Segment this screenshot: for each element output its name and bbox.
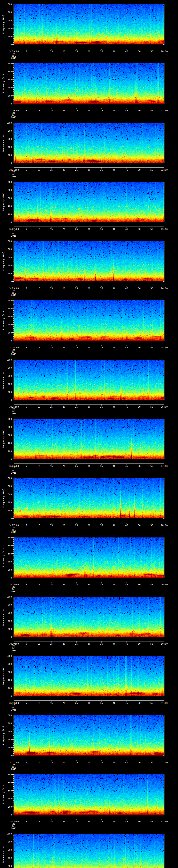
y-tick-label: 0 — [0, 458, 12, 460]
date-label: 23 Jul 2015 — [0, 704, 27, 711]
spectrogram-canvas — [14, 4, 164, 44]
x-tick-label: 15 — [50, 406, 53, 408]
spectrogram-canvas — [14, 656, 164, 696]
x-tick-label: 30 — [88, 406, 90, 408]
x-axis-end-time: 26:00 — [161, 406, 168, 408]
y-tick-label: 1000 — [0, 714, 12, 716]
x-tick-label: 55 — [150, 702, 153, 704]
x-tick-label: 30 — [88, 110, 90, 112]
plot-area — [14, 4, 164, 44]
x-tick-label: 20 — [63, 584, 65, 586]
y-tick-label: 0 — [0, 102, 12, 105]
x-tick-label: 55 — [150, 110, 153, 112]
y-tick-label: 600 — [0, 79, 12, 81]
x-axis-end-time: 29:00 — [161, 584, 168, 586]
x-tick-label: 50 — [138, 524, 141, 526]
spectrogram-canvas — [14, 360, 164, 400]
y-tick-label: 1000 — [0, 240, 12, 242]
x-tick-label: 5 — [26, 228, 27, 230]
x-tick-label: 20 — [63, 820, 65, 823]
y-tick-label: 600 — [0, 789, 12, 792]
x-tick-label: 25 — [75, 643, 78, 645]
y-tick-label: 400 — [0, 442, 12, 444]
x-tick-label: 20 — [63, 524, 65, 526]
x-axis-end-time: 31:00 — [161, 702, 168, 704]
x-tick-label: 15 — [50, 761, 53, 764]
x-axis-end-time: 25:00 — [161, 346, 168, 349]
spectrogram-panel: Frequency (Hz) 3:23:00 24:00 23 Jul 2015… — [0, 237, 178, 296]
x-tick-label: 50 — [138, 465, 141, 467]
y-tick-label: 1000 — [0, 3, 12, 5]
x-tick-label: 20 — [63, 406, 65, 408]
x-tick-label: 5 — [26, 169, 27, 171]
x-tick-label: 55 — [150, 761, 153, 764]
x-tick-label: 50 — [138, 50, 141, 53]
x-tick-label: 30 — [88, 524, 90, 526]
x-tick-label: 40 — [113, 50, 116, 53]
x-tick-label: 45 — [125, 346, 128, 349]
x-tick-label: 25 — [75, 702, 78, 704]
y-tick-label: 1000 — [0, 596, 12, 598]
x-tick-label: 30 — [88, 228, 90, 230]
spectrogram-canvas — [14, 241, 164, 281]
y-tick-label: 400 — [0, 323, 12, 326]
x-tick-label: 30 — [88, 169, 90, 171]
x-tick-label: 20 — [63, 50, 65, 53]
spectrogram-canvas — [14, 715, 164, 755]
x-tick-label: 40 — [113, 524, 116, 526]
x-tick-label: 20 — [63, 287, 65, 289]
x-tick-label: 45 — [125, 524, 128, 526]
y-tick-label: 1000 — [0, 122, 12, 124]
x-tick-label: 55 — [150, 50, 153, 53]
x-tick-label: 15 — [50, 465, 53, 467]
y-tick-label: 600 — [0, 256, 12, 258]
x-tick-label: 40 — [113, 287, 116, 289]
y-tick-label: 0 — [0, 280, 12, 283]
x-tick-label: 10 — [37, 643, 40, 645]
y-tick-label: 0 — [0, 577, 12, 579]
x-tick-label: 10 — [37, 50, 40, 53]
y-tick-label: 0 — [0, 695, 12, 698]
y-tick-label: 200 — [0, 213, 12, 215]
x-tick-label: 50 — [138, 110, 141, 112]
x-tick-label: 5 — [26, 524, 27, 526]
x-tick-label: 25 — [75, 406, 78, 408]
date-year: 2015 — [0, 531, 27, 533]
y-tick-label: 200 — [0, 391, 12, 393]
spectrogram-canvas — [14, 63, 164, 104]
x-tick-label: 35 — [100, 346, 103, 349]
x-tick-label: 5 — [26, 346, 27, 349]
plot-area — [14, 834, 164, 868]
x-tick-label: 20 — [63, 169, 65, 171]
date-year: 2015 — [0, 768, 27, 770]
y-tick-label: 800 — [0, 663, 12, 665]
y-tick-label: 200 — [0, 865, 12, 867]
x-tick-label: 45 — [125, 643, 128, 645]
y-tick-label: 600 — [0, 197, 12, 199]
y-tick-label: 400 — [0, 798, 12, 800]
plot-area — [14, 478, 164, 518]
y-tick-label: 1000 — [0, 655, 12, 657]
x-tick-label: 40 — [113, 228, 116, 230]
x-tick-label: 35 — [100, 761, 103, 764]
y-tick-label: 1000 — [0, 833, 12, 835]
date-year: 2015 — [0, 294, 27, 296]
x-tick-label: 55 — [150, 228, 153, 230]
plot-area — [14, 656, 164, 696]
y-tick-label: 200 — [0, 569, 12, 571]
x-axis-end-time: 30:00 — [161, 643, 168, 645]
x-tick-label: 10 — [37, 761, 40, 764]
y-tick-label: 200 — [0, 746, 12, 749]
spectrogram-panel: Frequency (Hz) 3:29:00 30:00 23 Jul 2015… — [0, 592, 178, 652]
plot-area — [14, 715, 164, 755]
y-tick-label: 800 — [0, 722, 12, 724]
x-tick-label: 15 — [50, 524, 53, 526]
x-tick-label: 10 — [37, 465, 40, 467]
x-tick-label: 10 — [37, 287, 40, 289]
x-tick-label: 50 — [138, 346, 141, 349]
x-tick-label: 20 — [63, 228, 65, 230]
x-tick-label: 5 — [26, 820, 27, 823]
x-tick-label: 25 — [75, 50, 78, 53]
x-tick-label: 20 — [63, 346, 65, 349]
plot-area — [14, 241, 164, 281]
